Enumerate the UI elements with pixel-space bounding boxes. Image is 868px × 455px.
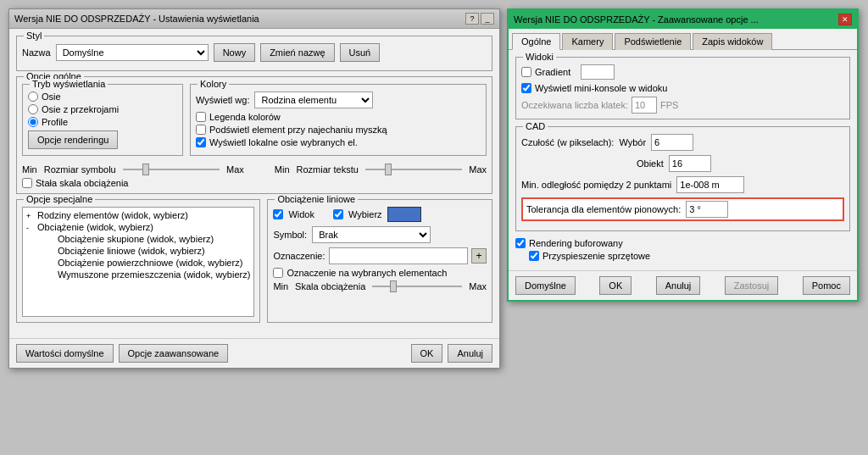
podswietl-checkbox[interactable] <box>196 125 206 135</box>
czulosc-label: Czułość (w pikselach): <box>521 137 614 147</box>
obiekt-input[interactable]: 16 <box>669 155 711 172</box>
nazwa-select[interactable]: Domyślne <box>56 44 209 61</box>
symbol-slider-track[interactable] <box>123 169 220 170</box>
gradient-input[interactable] <box>581 64 615 80</box>
pomoc-button[interactable]: Pomoc <box>803 276 850 295</box>
rendering-buforowany-checkbox[interactable] <box>515 238 526 248</box>
styl-row: Nazwa Domyślne Nowy Zmień nazwę Usuń <box>22 43 487 62</box>
osie-label: Osie <box>42 92 61 102</box>
wartosci-domyslne-button[interactable]: Wartości domyślne <box>16 344 114 363</box>
tree-item-0[interactable]: + Rodziny elementów (widok, wybierz) <box>25 209 252 221</box>
tab-ogolne[interactable]: Ogólne <box>512 33 560 50</box>
min-odleglosc-row: Min. odległość pomiędzy 2 punktami 1e-00… <box>521 176 844 193</box>
min-odleglosc-label: Min. odległość pomiędzy 2 punktami <box>521 180 671 190</box>
zastosuj-button[interactable]: Zastosuj <box>725 276 779 295</box>
cad-content: Czułość (w pikselach): Wybór 6 Obiekt 16… <box>521 134 844 221</box>
stala-skala-checkbox[interactable] <box>22 178 32 188</box>
wyswietl-lokalne-label: Wyświetl lokalne osie wybranych el. <box>209 137 358 147</box>
styl-title: Styl <box>24 31 44 41</box>
tab-kamery[interactable]: Kamery <box>562 33 613 50</box>
obiekt-row: Obiekt 16 <box>521 155 844 172</box>
oznaczenie-wyb-checkbox[interactable] <box>273 268 283 278</box>
stala-skala-label: Stała skala obciążenia <box>36 178 128 188</box>
oznaczenie-wyb-label: Oznaczenie na wybranych elementach <box>287 268 447 278</box>
osie-z-przekrojami-radio[interactable] <box>28 104 38 114</box>
obiekt-label: Obiekt <box>637 158 664 169</box>
left-window: Wersja NIE DO ODSPRZEDAŻY - Ustawienia w… <box>8 8 500 369</box>
plus-button[interactable]: + <box>471 248 487 264</box>
skala-slider-track[interactable] <box>372 286 462 287</box>
tekst-slider-track[interactable] <box>365 169 462 170</box>
tree-item-2[interactable]: Obciążenie skupione (widok, wybierz) <box>25 233 252 245</box>
kolory-content: Wyświetl wg: Rodzina elementu Legenda ko… <box>196 92 481 147</box>
opcje-renderingu-button[interactable]: Opcje renderingu <box>28 130 118 149</box>
left-title-bar: Wersja NIE DO ODSPRZEDAŻY - Ustawienia w… <box>9 9 499 29</box>
wybierz-checkbox[interactable] <box>333 209 343 219</box>
opcje-zaawansowane-button[interactable]: Opcje zaawansowane <box>119 344 229 363</box>
oznaczenie-input[interactable] <box>329 247 468 264</box>
obciazenie-liniowe-content: Widok Wybierz Symbol: Brak <box>273 207 487 291</box>
right-footer: Domyślne OK Anuluj Zastosuj Pomoc <box>509 270 857 300</box>
wyswietl-lokalne-checkbox[interactable] <box>196 137 206 147</box>
tree-text-3: Obciążenie liniowe (widok, wybierz) <box>58 246 205 256</box>
styl-group: Styl Nazwa Domyślne Nowy Zmień nazwę Usu… <box>16 36 492 71</box>
gradient-checkbox[interactable] <box>521 67 531 77</box>
tryb-title: Tryb wyświetlania <box>30 79 108 89</box>
wyswietl-wg-select[interactable]: Rodzina elementu <box>254 92 373 108</box>
ok-button-left[interactable]: OK <box>411 344 443 363</box>
min-odleglosc-input[interactable]: 1e-008 m <box>676 176 744 193</box>
mini-konsola-label: Wyświetl mini-konsole w widoku <box>535 83 667 93</box>
tree-item-5[interactable]: Wymuszone przemieszczenia (widok, wybier… <box>25 269 252 280</box>
symbol-slider-thumb[interactable] <box>142 164 149 175</box>
domyslne-button[interactable]: Domyślne <box>515 276 576 295</box>
wyswietl-lokalne-row: Wyświetl lokalne osie wybranych el. <box>196 137 481 147</box>
bottom-row: Opcje specjalne + Rodziny elementów (wid… <box>16 199 492 328</box>
usun-button[interactable]: Usuń <box>340 43 381 62</box>
widok-wybierz-row: Widok Wybierz <box>273 207 487 222</box>
tree-item-3[interactable]: Obciążenie liniowe (widok, wybierz) <box>25 245 252 257</box>
tolerancja-input[interactable]: 3 ° <box>686 201 728 218</box>
symbol-select[interactable]: Brak <box>312 226 431 243</box>
ok-button-right[interactable]: OK <box>599 276 632 295</box>
obciazenie-liniowe-title: Obciążenie liniowe <box>275 194 358 204</box>
expand-1[interactable]: - <box>26 224 35 232</box>
minimize-button[interactable]: _ <box>481 13 494 25</box>
nowy-button[interactable]: Nowy <box>214 43 256 62</box>
legenda-checkbox[interactable] <box>196 112 206 122</box>
mini-konsola-row: Wyświetl mini-konsole w widoku <box>521 83 844 93</box>
wybor-input[interactable]: 6 <box>651 134 693 151</box>
skala-slider-thumb[interactable] <box>390 280 397 292</box>
anuluj-button-left[interactable]: Anuluj <box>448 344 492 363</box>
zmien-nazwe-button[interactable]: Zmień nazwę <box>260 43 334 62</box>
przyspieszenie-checkbox[interactable] <box>529 251 539 261</box>
tree-item-4[interactable]: Obciążenie powierzchniowe (widok, wybier… <box>25 257 252 269</box>
tree-list[interactable]: + Rodziny elementów (widok, wybierz) - O… <box>22 207 254 317</box>
oznaczenie-wyb-row: Oznaczenie na wybranych elementach <box>273 268 487 278</box>
expand-0[interactable]: + <box>26 212 35 220</box>
color-swatch[interactable] <box>387 207 421 222</box>
osie-radio[interactable] <box>28 92 38 102</box>
tabs-bar: Ogólne Kamery Podświetlenie Zapis widokó… <box>509 29 857 50</box>
podswietl-row: Podświetl element przy najechaniu myszką <box>196 125 481 135</box>
profile-radio[interactable] <box>28 117 38 127</box>
help-button[interactable]: ? <box>465 13 479 25</box>
tryb-group: Tryb wyświetlania Osie Osie z przekrojam… <box>22 84 183 156</box>
right-title: Wersja NIE DO ODSPRZEDAŻY - Zaawansowane… <box>514 14 759 25</box>
oczekiwana-row: Oczekiwana liczba klatek: 10 FPS <box>521 97 844 114</box>
widok-checkbox[interactable] <box>273 209 283 219</box>
right-title-bar: Wersja NIE DO ODSPRZEDAŻY - Zaawansowane… <box>509 10 857 29</box>
anuluj-button-right[interactable]: Anuluj <box>656 276 701 295</box>
mini-konsola-checkbox[interactable] <box>521 83 531 93</box>
cad-title: CAD <box>523 121 548 131</box>
stala-skala-row: Stała skala obciążenia <box>22 178 487 188</box>
tab-podswietlenie[interactable]: Podświetlenie <box>615 33 691 50</box>
podswietl-label: Podświetl element przy najechaniu myszką <box>209 125 387 135</box>
tab-zapis-widokow[interactable]: Zapis widoków <box>693 33 772 50</box>
tekst-slider-thumb[interactable] <box>385 164 392 175</box>
footer-right-buttons: OK Anuluj <box>411 344 492 363</box>
osie-z-przekrojami-label: Osie z przekrojami <box>42 104 119 114</box>
czulosc-row: Czułość (w pikselach): Wybór 6 <box>521 134 844 151</box>
max-label2: Max <box>469 164 487 175</box>
tree-item-1[interactable]: - Obciążenie (widok, wybierz) <box>25 221 252 233</box>
right-close-button[interactable]: ✕ <box>838 14 852 25</box>
